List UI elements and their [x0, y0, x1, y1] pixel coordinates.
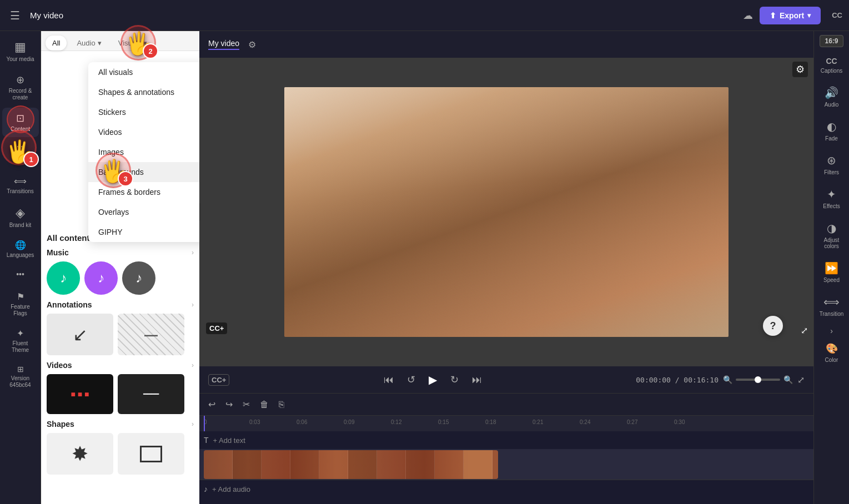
sidebar-item-fluent-theme[interactable]: ✦ Fluent Theme	[2, 324, 39, 358]
dropdown-item-backgrounds[interactable]: Backgrounds	[88, 162, 199, 182]
panel-content: All content Music › ♪ ♪ ♪	[41, 223, 199, 504]
dropdown-item-overlays[interactable]: Overlays ›	[88, 202, 199, 222]
right-item-transition[interactable]: ⟺ Transition	[816, 290, 848, 322]
duplicate-button[interactable]: ⎘	[277, 397, 287, 412]
annotation-thumb-2[interactable]: —	[118, 314, 184, 355]
sidebar-item-transitions[interactable]: ⟺ Transitions	[2, 172, 39, 199]
right-item-fade[interactable]: ◐ Fade	[816, 114, 848, 147]
video-track	[199, 449, 813, 480]
film-frame-5	[319, 450, 348, 479]
filters-icon: ⊛	[827, 154, 836, 167]
redo-button[interactable]: ↪	[223, 397, 235, 412]
dropdown-item-giphy[interactable]: GIPHY	[88, 222, 199, 242]
right-item-color[interactable]: 🎨 Color	[816, 337, 848, 369]
timeline-ruler: 0 0:03 0:06 0:09 0:12 0:15 0:18 0:21 0:2…	[199, 416, 813, 431]
sidebar-item-feature-flags[interactable]: ⚑ Feature Flags	[2, 287, 39, 321]
shape-thumb-2[interactable]	[118, 433, 184, 475]
annotations-thumbnails: ↙ —	[47, 314, 194, 355]
right-item-captions[interactable]: CC Captions	[816, 51, 848, 79]
starburst-shape-icon: ✸	[72, 442, 88, 466]
save-icon[interactable]: ☁	[743, 9, 753, 22]
right-item-effects[interactable]: ✦ Effects	[816, 182, 848, 215]
settings-icon[interactable]: ⚙	[248, 39, 256, 50]
left-sidebar: ▦ Your media ⊕ Record &create ⊡ Content …	[0, 31, 41, 504]
video-controls: CC+ ⏮ ↺ ▶ ↻ ⏭ 00:00:00 / 00:16:10	[199, 366, 813, 393]
sidebar-item-content[interactable]: ⊡ Content	[2, 108, 39, 137]
skip-back-button[interactable]: ⏮	[380, 372, 397, 388]
film-frame-9	[435, 450, 464, 479]
zoom-in-icon[interactable]: 🔍	[783, 375, 793, 384]
captions-top-icon[interactable]: CC	[832, 11, 842, 19]
fluent-theme-icon: ✦	[17, 328, 24, 339]
shapes-section-more[interactable]: ›	[192, 420, 194, 428]
sidebar-item-languages[interactable]: 🌐 Languages	[2, 235, 39, 263]
shapes-section-title: Shapes	[47, 420, 74, 429]
dropdown-item-videos[interactable]: Videos ›	[88, 122, 199, 142]
help-button[interactable]: ?	[763, 316, 783, 336]
music-section-more[interactable]: ›	[192, 249, 194, 256]
music-thumb-2[interactable]: ♪	[84, 261, 118, 295]
collapse-panel-button[interactable]: ‹	[199, 203, 200, 221]
right-item-speed[interactable]: ⏩ Speed	[816, 256, 848, 289]
ruler-mark-12: 0:12	[391, 419, 401, 425]
filter-tabs: All Audio ▾ Visuals ▾	[41, 31, 199, 51]
export-button[interactable]: ⬆ Export ▾	[760, 7, 821, 24]
cut-button[interactable]: ✂	[240, 397, 252, 412]
annotations-section-more[interactable]: ›	[192, 301, 194, 309]
dropdown-item-stickers[interactable]: Stickers	[88, 102, 199, 122]
add-text-button[interactable]: + Add text	[213, 436, 245, 445]
sidebar-item-brand-kit[interactable]: ◈ Brand kit	[2, 201, 39, 233]
content-icon: ⊡	[16, 112, 24, 124]
delete-button[interactable]: 🗑	[258, 397, 271, 412]
sidebar-item-more[interactable]: •••	[2, 265, 39, 285]
playhead[interactable]	[204, 416, 205, 431]
fullscreen-button[interactable]: ⤢	[801, 325, 808, 336]
zoom-slider[interactable]	[736, 379, 780, 381]
audio-chevron-icon: ▾	[98, 39, 102, 47]
right-item-filters[interactable]: ⊛ Filters	[816, 148, 848, 181]
zoom-out-icon[interactable]: 🔍	[723, 375, 732, 384]
cc-control[interactable]: CC+	[208, 374, 229, 386]
dropdown-item-shapes[interactable]: Shapes & annotations	[88, 82, 199, 102]
tab-visuals[interactable]: Visuals ▾	[112, 36, 154, 51]
videos-section-more[interactable]: ›	[192, 361, 194, 369]
ruler-mark-15: 0:15	[438, 419, 449, 425]
sidebar-item-version[interactable]: ⊞ Version645bc64	[2, 360, 39, 393]
forward-button[interactable]: ↻	[447, 371, 462, 388]
timeline-toolbar: ↩ ↪ ✂ 🗑 ⎘	[199, 394, 813, 416]
music-thumb-3[interactable]: ♪	[122, 261, 155, 295]
add-audio-button[interactable]: + Add audio	[212, 485, 250, 493]
more-icon: •••	[16, 270, 24, 279]
video-thumb-1[interactable]: ■ ■ ■	[47, 374, 113, 414]
shapes-section-header: Shapes ›	[47, 420, 194, 429]
sidebar-item-your-media[interactable]: ▦ Your media	[2, 36, 39, 67]
right-item-adjust-colors[interactable]: ◑ Adjust colors	[816, 216, 848, 255]
dropdown-item-images[interactable]: Images	[88, 142, 199, 162]
dropdown-item-all-visuals[interactable]: All visuals	[88, 62, 199, 82]
tab-all[interactable]: All	[46, 36, 67, 51]
video-thumb-2[interactable]: ━━━━	[118, 374, 184, 414]
dropdown-item-frames-borders[interactable]: Frames & borders	[88, 182, 199, 202]
effects-icon: ✦	[827, 188, 836, 201]
aspect-ratio-badge[interactable]: 16:9	[820, 36, 843, 46]
sidebar-item-text[interactable]: T Text	[2, 139, 39, 169]
play-button[interactable]: ▶	[425, 371, 440, 389]
cc-button[interactable]: CC+	[206, 323, 227, 333]
shape-thumb-1[interactable]: ✸	[47, 433, 113, 475]
expand-button[interactable]: ⤢	[797, 375, 805, 385]
video-tab[interactable]: My video	[208, 39, 239, 50]
skip-forward-button[interactable]: ⏭	[469, 372, 485, 388]
annotations-section-header: Annotations ›	[47, 300, 194, 309]
rewind-button[interactable]: ↺	[404, 371, 419, 388]
video-settings-btn[interactable]: ⚙	[792, 63, 808, 75]
video-strip[interactable]	[204, 450, 498, 479]
right-collapse-button[interactable]: ›	[830, 326, 833, 336]
line-annotation-icon: —	[144, 327, 158, 342]
sidebar-item-record[interactable]: ⊕ Record &create	[2, 69, 39, 105]
right-item-audio[interactable]: 🔊 Audio	[816, 80, 848, 113]
tab-audio[interactable]: Audio ▾	[70, 36, 108, 51]
music-thumb-1[interactable]: ♪	[47, 261, 80, 295]
undo-button[interactable]: ↩	[206, 397, 218, 412]
hamburger-menu[interactable]: ☰	[7, 6, 23, 26]
annotation-thumb-1[interactable]: ↙	[47, 314, 113, 355]
